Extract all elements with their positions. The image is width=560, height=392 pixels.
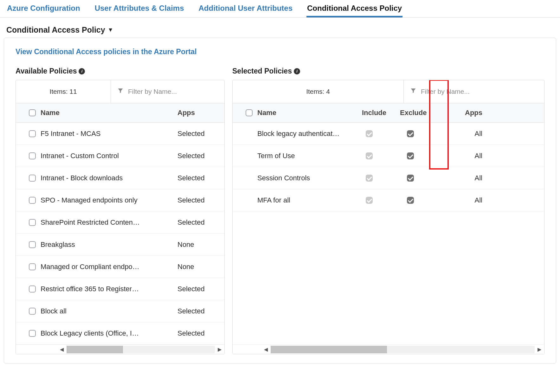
available-policies-title: Available Policies xyxy=(16,67,77,75)
table-row[interactable]: F5 Intranet - MCASSelected xyxy=(16,123,224,145)
available-policies-column: Available Policies i Items: 11 Name xyxy=(16,67,225,354)
selected-header-exclude[interactable]: Exclude xyxy=(400,109,457,117)
section-header[interactable]: Conditional Access Policy ▼ xyxy=(0,18,560,38)
policy-name: Block all xyxy=(41,307,177,315)
table-row[interactable]: BreakglassNone xyxy=(16,234,224,256)
policy-name: Managed or Compliant endpo… xyxy=(41,263,177,271)
include-checkbox xyxy=(366,130,373,137)
azure-portal-link[interactable]: View Conditional Access policies in the … xyxy=(16,48,197,56)
selected-horizontal-scrollbar[interactable]: ◀ ▶ xyxy=(233,344,544,354)
policy-apps: Selected xyxy=(177,218,216,227)
policy-name: F5 Intranet - MCAS xyxy=(41,130,177,138)
selected-select-all-checkbox[interactable] xyxy=(246,109,253,116)
row-checkbox[interactable] xyxy=(29,197,36,204)
include-checkbox xyxy=(366,152,373,159)
tab-conditional-access-policy[interactable]: Conditional Access Policy xyxy=(306,3,402,17)
available-items-count: Items: 11 xyxy=(16,80,111,103)
selected-filter-input[interactable] xyxy=(421,88,538,95)
tab-additional-user-attributes[interactable]: Additional User Attributes xyxy=(198,3,293,17)
selected-header-include[interactable]: Include xyxy=(362,109,400,117)
filter-icon xyxy=(117,87,124,96)
table-row[interactable]: Term of UseAll xyxy=(233,145,544,167)
policy-apps: All xyxy=(457,130,482,138)
selected-policies-column: Selected Policies i Items: 4 Name xyxy=(232,67,544,354)
tab-azure-configuration[interactable]: Azure Configuration xyxy=(6,3,81,17)
policy-panel: View Conditional Access policies in the … xyxy=(4,38,556,363)
row-checkbox[interactable] xyxy=(29,286,36,292)
policy-name: SPO - Managed endpoints only xyxy=(41,196,177,204)
policy-apps: All xyxy=(457,196,482,204)
exclude-checkbox[interactable] xyxy=(407,130,414,137)
table-row[interactable]: SPO - Managed endpoints onlySelected xyxy=(16,189,224,211)
tabs-bar: Azure Configuration User Attributes & Cl… xyxy=(0,0,560,18)
policy-name: Intranet - Block downloads xyxy=(41,174,177,182)
table-row[interactable]: Intranet - Block downloadsSelected xyxy=(16,167,224,189)
policy-apps: Selected xyxy=(177,285,216,293)
available-list-box: Items: 11 Name Apps F5 Intranet - MCASSe… xyxy=(16,80,225,354)
policy-name: Block legacy authenticat… xyxy=(257,130,362,138)
policy-name: Block Legacy clients (Office, I… xyxy=(41,329,177,337)
info-icon[interactable]: i xyxy=(79,68,85,74)
selected-header-name[interactable]: Name xyxy=(257,109,362,117)
row-checkbox[interactable] xyxy=(29,130,36,137)
row-checkbox[interactable] xyxy=(29,330,36,337)
policy-name: Restrict office 365 to Register… xyxy=(41,285,177,293)
row-checkbox[interactable] xyxy=(29,175,36,182)
policy-apps: Selected xyxy=(177,174,216,182)
filter-icon xyxy=(410,87,416,96)
policy-apps: Selected xyxy=(177,329,216,337)
row-checkbox[interactable] xyxy=(29,219,36,226)
table-row[interactable]: Restrict office 365 to Register…Selected xyxy=(16,278,224,300)
policy-name: Intranet - Custom Control xyxy=(41,152,177,160)
available-horizontal-scrollbar[interactable]: ◀ ▶ xyxy=(16,344,224,354)
row-checkbox[interactable] xyxy=(29,308,36,315)
policy-apps: Selected xyxy=(177,307,216,315)
policy-apps: All xyxy=(457,152,482,160)
table-row[interactable]: Managed or Compliant endpo…None xyxy=(16,256,224,278)
info-icon[interactable]: i xyxy=(294,68,300,74)
table-row[interactable]: Block legacy authenticat…All xyxy=(233,123,544,145)
include-checkbox xyxy=(366,175,373,182)
row-checkbox[interactable] xyxy=(29,263,36,270)
tab-user-attributes-claims[interactable]: User Attributes & Claims xyxy=(94,3,185,17)
table-row[interactable]: Session ControlsAll xyxy=(233,167,544,189)
exclude-checkbox[interactable] xyxy=(407,175,414,182)
available-scroll-area[interactable]: F5 Intranet - MCASSelectedIntranet - Cus… xyxy=(16,123,224,344)
table-row[interactable]: MFA for allAll xyxy=(233,189,544,211)
selected-items-count: Items: 4 xyxy=(233,80,404,103)
row-checkbox[interactable] xyxy=(29,152,36,159)
table-row[interactable]: SharePoint Restricted Conten…Selected xyxy=(16,211,224,234)
policy-name: Session Controls xyxy=(257,174,362,182)
policy-name: MFA for all xyxy=(257,196,362,204)
table-row[interactable]: Block Legacy clients (Office, I…Selected xyxy=(16,322,224,344)
policy-name: Term of Use xyxy=(257,152,362,160)
available-select-all-checkbox[interactable] xyxy=(29,109,36,116)
chevron-down-icon: ▼ xyxy=(108,27,113,33)
selected-list-box: Items: 4 Name Include Exclude Apps xyxy=(232,80,544,354)
selected-header-apps[interactable]: Apps xyxy=(457,109,482,117)
policy-apps: Selected xyxy=(177,152,216,160)
selected-scroll-area[interactable]: Block legacy authenticat…AllTerm of UseA… xyxy=(233,123,544,344)
policy-apps: None xyxy=(177,263,216,271)
available-filter-input[interactable] xyxy=(128,88,218,95)
policy-apps: None xyxy=(177,241,216,249)
exclude-checkbox[interactable] xyxy=(407,197,414,204)
policy-name: SharePoint Restricted Conten… xyxy=(41,218,177,227)
policy-apps: Selected xyxy=(177,130,216,138)
row-checkbox[interactable] xyxy=(29,241,36,248)
section-title: Conditional Access Policy xyxy=(6,25,105,35)
table-row[interactable]: Block allSelected xyxy=(16,300,224,322)
exclude-checkbox[interactable] xyxy=(407,152,414,159)
available-header-name[interactable]: Name xyxy=(41,109,177,117)
policy-name: Breakglass xyxy=(41,241,177,249)
table-row[interactable]: Intranet - Custom ControlSelected xyxy=(16,145,224,167)
available-header-apps[interactable]: Apps xyxy=(177,109,216,117)
policy-apps: All xyxy=(457,174,482,182)
policy-apps: Selected xyxy=(177,196,216,204)
include-checkbox xyxy=(366,197,373,204)
